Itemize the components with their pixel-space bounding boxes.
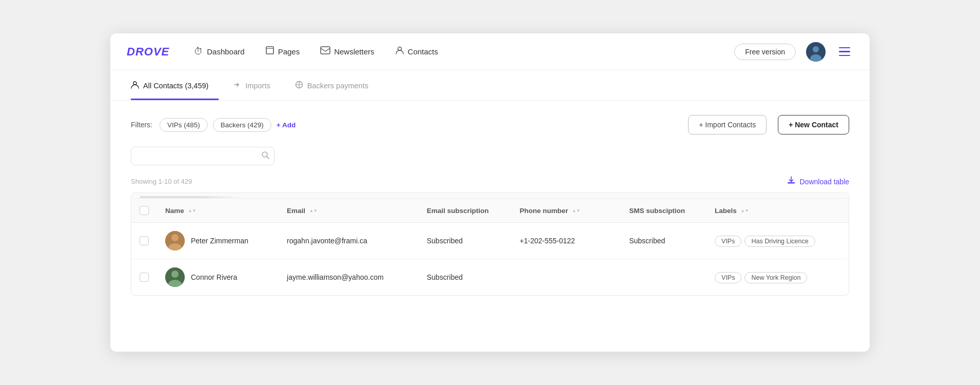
label-chip[interactable]: VIPs	[715, 272, 741, 283]
table-body: Peter Zimmerman rogahn.javonte@frami.caS…	[131, 223, 849, 296]
nav-pages[interactable]: Pages	[257, 42, 308, 62]
tab-imports[interactable]: Imports	[233, 70, 280, 100]
th-email[interactable]: Email ▲▼	[279, 199, 419, 223]
contacts-nav-icon	[395, 46, 404, 57]
pages-icon	[265, 46, 275, 57]
svg-point-20	[171, 271, 179, 278]
tab-backers-payments[interactable]: Backers payments	[295, 70, 379, 100]
dashboard-icon: ⏱	[194, 46, 203, 57]
download-table-label: Download table	[799, 178, 849, 186]
nav-newsletters-label: Newsletters	[334, 47, 374, 56]
name-sort[interactable]: ▲▼	[188, 209, 197, 213]
filters-row: Filters: VIPs (485) Backers (429) + Add …	[131, 115, 849, 134]
imports-icon	[233, 81, 241, 90]
svg-rect-1	[268, 47, 272, 54]
filter-backers[interactable]: Backers (429)	[213, 118, 271, 132]
svg-point-8	[133, 82, 136, 85]
contact-name-1[interactable]: Connor Rivera	[191, 273, 237, 281]
new-contact-button[interactable]: + New Contact	[778, 115, 849, 134]
add-filter[interactable]: + Add	[277, 121, 296, 129]
app-window: DROVE ⏱ Dashboard Pages Newslet	[110, 33, 870, 352]
contact-name-0[interactable]: Peter Zimmerman	[191, 237, 248, 245]
label-chip[interactable]: VIPs	[715, 236, 741, 247]
nav-dashboard-label: Dashboard	[207, 47, 244, 56]
download-table-link[interactable]: Download table	[787, 176, 849, 187]
labels-sort[interactable]: ▲▼	[741, 209, 749, 213]
row-checkbox-0[interactable]	[140, 236, 149, 245]
sms-sub-0: Subscribed	[621, 223, 707, 259]
email-sort[interactable]: ▲▼	[309, 209, 318, 213]
hamburger-menu[interactable]	[836, 44, 853, 60]
scroll-hint	[140, 196, 242, 198]
th-sms-subscription: SMS subsciption	[621, 199, 707, 223]
labels-0: VIPsHas Driving Licence	[707, 223, 849, 259]
th-phone-number[interactable]: Phone number ▲▼	[512, 199, 621, 223]
phone-1	[512, 259, 621, 296]
nav-dashboard[interactable]: ⏱ Dashboard	[186, 42, 252, 61]
logo: DROVE	[127, 45, 169, 59]
tab-all-contacts-label: All Contacts (3,459)	[143, 82, 208, 90]
phone-sort[interactable]: ▲▼	[572, 209, 580, 213]
contacts-table-container: Name ▲▼ Email ▲▼ Email subscription Phon…	[131, 192, 849, 296]
nav-pages-label: Pages	[278, 47, 300, 56]
nav-contacts[interactable]: Contacts	[387, 42, 446, 62]
table-header-row: Name ▲▼ Email ▲▼ Email subscription Phon…	[131, 199, 849, 223]
showing-text: Showing 1-10 of 429	[131, 178, 192, 185]
free-version-button[interactable]: Free version	[734, 44, 796, 60]
contact-email-0: rogahn.javonte@frami.ca	[279, 223, 419, 259]
backers-icon	[295, 81, 303, 90]
contact-cell-0: Peter Zimmerman	[165, 231, 270, 251]
label-chip[interactable]: New York Region	[744, 272, 807, 283]
search-input[interactable]	[131, 147, 275, 165]
select-all-checkbox[interactable]	[140, 206, 149, 215]
tab-bar: All Contacts (3,459) Imports Backers pay…	[110, 70, 870, 101]
download-icon	[787, 176, 796, 187]
th-email-subscription: Email subscription	[419, 199, 512, 223]
tab-backers-label: Backers payments	[307, 82, 368, 90]
label-chip[interactable]: Has Driving Licence	[744, 236, 815, 247]
filters-label: Filters:	[131, 121, 152, 129]
table-row: Connor Rivera jayme.williamson@yahoo.com…	[131, 259, 849, 296]
labels-1: VIPsNew York Region	[707, 259, 849, 296]
svg-point-6	[813, 46, 819, 52]
tab-imports-label: Imports	[245, 82, 270, 90]
contact-avatar-0	[165, 231, 185, 251]
phone-0: +1-202-555-0122	[512, 223, 621, 259]
table-row: Peter Zimmerman rogahn.javonte@frami.caS…	[131, 223, 849, 259]
svg-rect-0	[266, 47, 273, 54]
email-sub-0: Subscribed	[419, 223, 512, 259]
svg-rect-15	[788, 182, 795, 184]
search-wrapper	[131, 147, 275, 165]
contacts-table: Name ▲▼ Email ▲▼ Email subscription Phon…	[131, 199, 849, 295]
svg-rect-3	[321, 47, 330, 54]
table-meta: Showing 1-10 of 429 Download table	[131, 176, 849, 187]
top-nav: DROVE ⏱ Dashboard Pages Newslet	[110, 33, 870, 70]
th-select-all	[131, 199, 157, 223]
all-contacts-icon	[131, 81, 139, 90]
row-checkbox-1[interactable]	[140, 273, 149, 282]
th-name[interactable]: Name ▲▼	[157, 199, 279, 223]
contact-avatar-1	[165, 267, 185, 287]
sms-sub-1	[621, 259, 707, 296]
tab-all-contacts[interactable]: All Contacts (3,459)	[131, 70, 219, 100]
user-avatar[interactable]	[806, 42, 826, 62]
contact-cell-1: Connor Rivera	[165, 267, 270, 287]
contact-email-1: jayme.williamson@yahoo.com	[279, 259, 419, 296]
nav-contacts-label: Contacts	[408, 47, 438, 56]
nav-newsletters[interactable]: Newsletters	[312, 42, 382, 61]
email-sub-1: Subscribed	[419, 259, 512, 296]
search-icon	[261, 151, 269, 161]
main-content: Filters: VIPs (485) Backers (429) + Add …	[110, 101, 870, 308]
newsletters-icon	[320, 46, 330, 57]
th-labels[interactable]: Labels ▲▼	[707, 199, 849, 223]
svg-point-17	[171, 234, 179, 241]
import-contacts-button[interactable]: + Import Contacts	[688, 115, 767, 134]
filter-vips[interactable]: VIPs (485)	[160, 118, 208, 132]
svg-line-14	[267, 157, 269, 159]
